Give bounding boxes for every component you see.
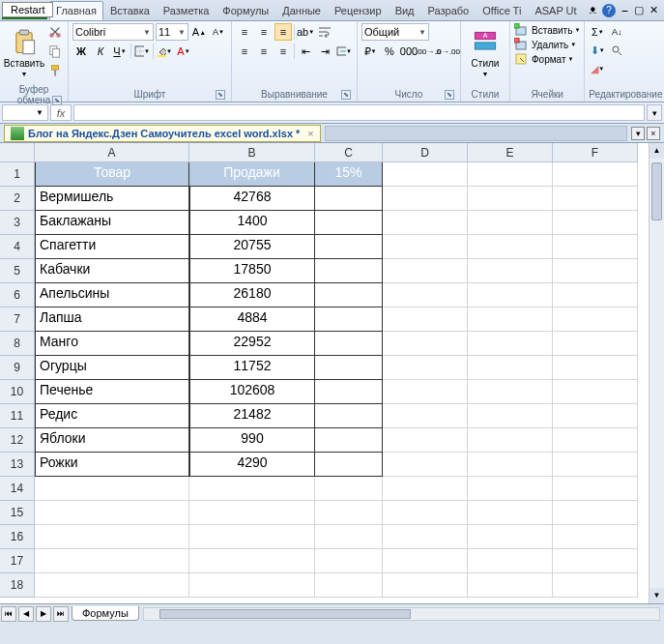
row-header[interactable]: 9 [0, 356, 35, 380]
sort-filter-button[interactable]: A↓ [608, 23, 625, 41]
cell[interactable] [383, 332, 468, 356]
cell[interactable]: Манго [35, 332, 189, 356]
row-header[interactable]: 16 [0, 525, 35, 549]
col-header-c[interactable]: C [315, 143, 383, 162]
cell[interactable] [189, 573, 315, 598]
cell[interactable]: 20755 [189, 235, 315, 259]
cell[interactable] [468, 307, 553, 332]
sheet-first-button[interactable]: ⏮ [1, 606, 16, 622]
cell[interactable] [315, 525, 383, 549]
grow-font-button[interactable]: A▲ [190, 23, 208, 41]
cell[interactable]: Печенье [35, 380, 189, 404]
cell[interactable]: Лапша [35, 307, 189, 332]
cell[interactable] [383, 162, 468, 187]
cell[interactable] [468, 453, 553, 477]
row-header[interactable]: 8 [0, 332, 35, 356]
cell[interactable]: 4884 [189, 307, 315, 332]
cell[interactable] [383, 283, 468, 307]
cell[interactable] [383, 259, 468, 283]
cell[interactable] [468, 404, 553, 428]
row-header[interactable]: 5 [0, 259, 35, 283]
restart-button[interactable]: Restart [2, 2, 53, 17]
shrink-font-button[interactable]: A▼ [210, 23, 227, 41]
col-header-a[interactable]: A [35, 143, 189, 162]
col-header-e[interactable]: E [468, 143, 553, 162]
merge-button[interactable]: ▼ [335, 43, 353, 60]
hscroll-thumb[interactable] [159, 609, 411, 619]
scroll-up-icon[interactable]: ▲ [650, 143, 664, 159]
cell[interactable] [383, 356, 468, 380]
cell[interactable] [553, 259, 638, 283]
align-top-button[interactable]: ≡ [236, 23, 253, 41]
cell[interactable] [553, 356, 638, 380]
row-header[interactable]: 12 [0, 428, 35, 453]
cell[interactable] [315, 187, 383, 211]
cell[interactable] [553, 380, 638, 404]
window-minimize-icon[interactable]: ‒ [621, 4, 628, 16]
cell[interactable] [553, 162, 638, 187]
format-painter-button[interactable] [46, 62, 64, 79]
cell[interactable] [383, 404, 468, 428]
autosum-button[interactable]: Σ▼ [589, 23, 606, 41]
paste-button[interactable]: Вставить ▼ [4, 23, 44, 83]
doc-tab-menu-button[interactable]: ▾ [631, 127, 645, 140]
cell[interactable] [553, 283, 638, 307]
sheet-last-button[interactable]: ⏭ [53, 606, 69, 622]
cell[interactable]: Баклажаны [35, 211, 189, 235]
clipboard-launcher[interactable]: ⬊ [52, 96, 62, 105]
cell[interactable] [383, 211, 468, 235]
cell[interactable]: 4290 [189, 453, 315, 477]
doc-tab-close-button[interactable]: × [647, 127, 660, 140]
cell[interactable] [315, 307, 383, 332]
clear-button[interactable]: ◢▼ [589, 60, 606, 77]
wrap-text-button[interactable] [316, 23, 333, 41]
cell[interactable] [383, 525, 468, 549]
cell[interactable]: Огурцы [35, 356, 189, 380]
cell[interactable]: Продажи [189, 162, 315, 187]
cell[interactable] [468, 573, 553, 598]
cell[interactable] [315, 211, 383, 235]
cell[interactable] [553, 307, 638, 332]
cell[interactable] [553, 187, 638, 211]
font-size-combo[interactable]: 11▼ [156, 23, 188, 41]
percent-button[interactable]: % [381, 43, 398, 60]
cell[interactable] [35, 549, 189, 573]
scroll-down-icon[interactable]: ▼ [650, 588, 664, 603]
italic-button[interactable]: К [92, 43, 109, 60]
tab-review[interactable]: Рецензир [328, 1, 389, 20]
cell[interactable] [383, 307, 468, 332]
cell[interactable] [315, 259, 383, 283]
cell[interactable] [553, 549, 638, 573]
cell[interactable] [468, 428, 553, 453]
cell[interactable] [553, 332, 638, 356]
alignment-launcher[interactable]: ⬊ [341, 90, 351, 100]
tab-insert[interactable]: Вставка [103, 1, 157, 20]
cell[interactable]: 102608 [189, 380, 315, 404]
decrease-decimal-button[interactable]: .0→.00 [439, 43, 456, 60]
cell[interactable] [468, 356, 553, 380]
cell[interactable] [35, 525, 189, 549]
cell[interactable] [189, 549, 315, 573]
cell[interactable] [315, 428, 383, 453]
cell[interactable] [189, 477, 315, 501]
cells-format-button[interactable]: Формат▼ [514, 52, 573, 66]
row-header[interactable]: 6 [0, 283, 35, 307]
col-header-d[interactable]: D [383, 143, 468, 162]
borders-button[interactable]: ▼ [133, 43, 151, 60]
row-header[interactable]: 13 [0, 453, 35, 477]
cell[interactable] [468, 235, 553, 259]
row-header[interactable]: 3 [0, 211, 35, 235]
fill-button[interactable]: ⬇▼ [589, 42, 606, 59]
cell[interactable]: Апельсины [35, 283, 189, 307]
formula-input[interactable] [73, 104, 645, 121]
cell[interactable] [468, 283, 553, 307]
cell[interactable] [553, 235, 638, 259]
cell[interactable]: Кабачки [35, 259, 189, 283]
cell[interactable] [35, 573, 189, 598]
cell[interactable] [383, 187, 468, 211]
cell[interactable] [383, 549, 468, 573]
cell[interactable] [553, 428, 638, 453]
row-header[interactable]: 2 [0, 187, 35, 211]
cell[interactable] [383, 428, 468, 453]
cell[interactable] [468, 162, 553, 187]
